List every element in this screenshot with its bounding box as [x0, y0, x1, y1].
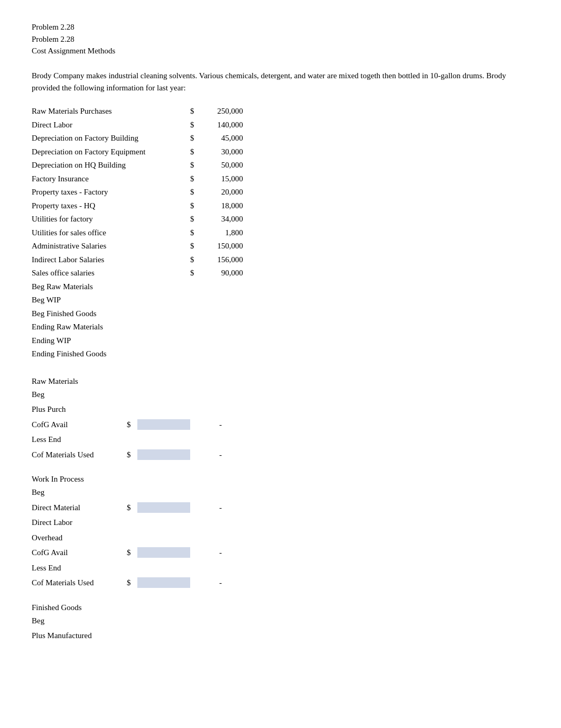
item-amount: 140,000 — [201, 118, 243, 132]
item-amount: 18,000 — [201, 199, 243, 213]
item-label: Utilities for factory — [32, 213, 190, 226]
item-amount: 250,000 — [201, 105, 243, 118]
input-box[interactable] — [137, 502, 190, 513]
wip-section: Work In Process Beg Direct Material $- D… — [32, 475, 529, 591]
calc-label: Direct Material — [32, 500, 127, 515]
calc-row: Beg — [32, 485, 529, 500]
table-row: Beg Raw Materials — [32, 280, 529, 294]
calc-row: Direct Material $- — [32, 500, 529, 515]
calc-label: Less End — [32, 560, 127, 576]
calc-row: Overhead — [32, 530, 529, 546]
item-amount: 1,800 — [201, 226, 243, 240]
calc-row: Plus Manufactured — [32, 628, 529, 643]
table-row: Ending WIP — [32, 334, 529, 348]
dollar-sign: $ — [190, 159, 201, 172]
table-row: Property taxes - Factory $ 20,000 — [32, 186, 529, 199]
calc-label: Overhead — [32, 530, 127, 546]
calc-row: Less End — [32, 560, 529, 576]
item-label: Administrative Salaries — [32, 239, 190, 253]
dollar-sign: $ — [190, 145, 201, 159]
table-row: Administrative Salaries $ 150,000 — [32, 239, 529, 253]
calc-label: Beg — [32, 485, 127, 500]
calc-label: Cof Materials Used — [32, 575, 127, 591]
item-label: Indirect Labor Salaries — [32, 253, 190, 267]
table-row: Raw Materials Purchases $ 250,000 — [32, 105, 529, 118]
item-label: Sales office salaries — [32, 266, 190, 280]
item-label: Ending WIP — [32, 334, 190, 348]
table-row: Depreciation on HQ Building $ 50,000 — [32, 159, 529, 172]
table-row: Factory Insurance $ 15,000 — [32, 172, 529, 186]
calc-row: Beg — [32, 613, 529, 629]
header-line2: Problem 2.28 — [32, 33, 529, 45]
table-row: Property taxes - HQ $ 18,000 — [32, 199, 529, 213]
item-amount: 20,000 — [201, 186, 243, 199]
item-label: Utilities for sales office — [32, 226, 190, 240]
header-line3: Cost Assignment Methods — [32, 45, 529, 57]
item-amount: 90,000 — [201, 266, 243, 280]
dollar-sign: $ — [190, 226, 201, 240]
description: Brody Company makes industrial cleaning … — [32, 70, 529, 95]
dollar-sign: $ — [190, 253, 201, 267]
table-row: Utilities for factory $ 34,000 — [32, 213, 529, 226]
calc-row: Beg — [32, 387, 529, 402]
calc-row: Cof Materials Used $- — [32, 575, 529, 591]
calc-row: Direct Labor — [32, 515, 529, 530]
input-box[interactable] — [137, 449, 190, 460]
item-label: Depreciation on Factory Building — [32, 132, 190, 145]
calc-row: CofG Avail $- — [32, 417, 529, 432]
dash-val: - — [190, 500, 222, 515]
data-table: Raw Materials Purchases $ 250,000 Direct… — [32, 105, 529, 361]
item-label: Property taxes - Factory — [32, 186, 190, 199]
dollar-sign: $ — [190, 239, 201, 253]
dollar-sign: $ — [190, 105, 201, 118]
raw-materials-calc: Raw Materials Beg Plus Purch CofG Avail … — [32, 377, 529, 463]
item-label: Beg Finished Goods — [32, 307, 190, 321]
calc-label: CofG Avail — [32, 545, 127, 560]
dash-val: - — [190, 575, 222, 591]
table-row: Depreciation on Factory Equipment $ 30,0… — [32, 145, 529, 159]
input-box[interactable] — [137, 577, 190, 588]
input-box[interactable] — [137, 419, 190, 430]
dollar-sign: $ — [190, 266, 201, 280]
calc-row: Less End — [32, 432, 529, 447]
table-row: Ending Finished Goods — [32, 347, 529, 361]
item-amount: 15,000 — [201, 172, 243, 186]
calc-label: Direct Labor — [32, 515, 127, 530]
dollar-sign: $ — [190, 199, 201, 213]
dollar-sign: $ — [127, 575, 137, 591]
calc-label: Less End — [32, 432, 127, 447]
dollar-sign: $ — [127, 500, 137, 515]
dollar-sign: $ — [127, 447, 137, 463]
item-label: Depreciation on Factory Equipment — [32, 145, 190, 159]
item-amount: 45,000 — [201, 132, 243, 145]
item-label: Beg WIP — [32, 293, 190, 307]
wip-title: Work In Process — [32, 475, 529, 484]
dollar-sign: $ — [190, 132, 201, 145]
item-amount: 30,000 — [201, 145, 243, 159]
item-amount: 156,000 — [201, 253, 243, 267]
table-row: Utilities for sales office $ 1,800 — [32, 226, 529, 240]
dollar-sign: $ — [127, 417, 137, 432]
raw-materials-title: Raw Materials — [32, 377, 529, 386]
table-row: Sales office salaries $ 90,000 — [32, 266, 529, 280]
table-row: Beg WIP — [32, 293, 529, 307]
dollar-sign: $ — [190, 186, 201, 199]
table-row: Direct Labor $ 140,000 — [32, 118, 529, 132]
item-label: Direct Labor — [32, 118, 190, 132]
calc-label: CofG Avail — [32, 417, 127, 432]
dash-val: - — [190, 447, 222, 463]
calc-label: Beg — [32, 387, 127, 402]
calc-label: Plus Purch — [32, 402, 127, 417]
header-line1: Problem 2.28 — [32, 21, 529, 33]
input-box[interactable] — [137, 547, 190, 558]
raw-materials-section: Raw Materials Beg Plus Purch CofG Avail … — [32, 377, 529, 643]
item-amount: 34,000 — [201, 213, 243, 226]
item-label: Beg Raw Materials — [32, 280, 190, 294]
item-label: Ending Raw Materials — [32, 320, 190, 334]
calc-label: Plus Manufactured — [32, 628, 127, 643]
fg-title: Finished Goods — [32, 603, 529, 612]
table-row: Indirect Labor Salaries $ 156,000 — [32, 253, 529, 267]
item-label: Depreciation on HQ Building — [32, 159, 190, 172]
dollar-sign: $ — [190, 213, 201, 226]
dash-val: - — [190, 545, 222, 560]
